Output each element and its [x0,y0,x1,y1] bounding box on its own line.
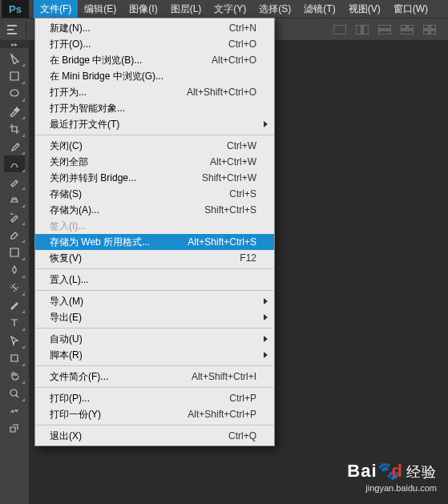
menu-item-shortcut: Ctrl+P [229,393,256,404]
menu-item-label: 自动(U) [50,333,256,346]
menu-item-9[interactable]: 关闭全部Alt+Ctrl+W [35,154,274,170]
tool-swap-colors[interactable] [4,402,25,419]
svg-rect-1 [333,25,346,34]
menu-6[interactable]: 滤镜(T) [297,0,341,18]
tool-brush[interactable] [4,173,25,190]
menu-item-10[interactable]: 关闭并转到 Bridge...Shift+Ctrl+W [35,170,274,186]
menu-2[interactable]: 图像(I) [123,0,163,18]
menu-item-shortcut: Alt+Shift+Ctrl+P [188,409,256,420]
tool-crop[interactable] [4,120,25,137]
menu-item-25[interactable]: 文件简介(F)...Alt+Shift+Ctrl+I [35,369,274,385]
menu-item-12[interactable]: 存储为(A)...Shift+Ctrl+S [35,202,274,218]
menu-7[interactable]: 视图(V) [342,0,387,18]
menu-5[interactable]: 选择(S) [252,0,297,18]
menu-item-shortcut: F12 [240,252,256,264]
submenu-arrow-icon [264,314,268,321]
tool-eyedropper[interactable] [4,138,25,155]
menu-item-14[interactable]: 存储为 Web 所用格式...Alt+Shift+Ctrl+S [35,234,274,250]
tool-dodge[interactable] [4,279,25,296]
svg-rect-12 [430,30,436,34]
tool-path-select[interactable] [4,332,25,349]
menu-item-label: 导出(E) [50,311,256,325]
menu-item-label: 存储为 Web 所用格式... [50,236,188,249]
menu-4[interactable]: 文字(Y) [208,0,252,18]
tool-lasso[interactable] [4,85,25,102]
menu-item-17[interactable]: 置入(L)... [35,272,274,288]
watermark-text: Bai [347,461,377,481]
menu-item-27[interactable]: 打印(P)...Ctrl+P [35,390,274,406]
svg-rect-7 [408,25,414,29]
menu-item-28[interactable]: 打印一份(Y)Alt+Shift+Ctrl+P [35,406,274,422]
menu-item-shortcut: Ctrl+W [227,140,256,151]
menu-item-1[interactable]: 打开(O)...Ctrl+O [35,36,274,52]
menu-8[interactable]: 窗口(W) [387,0,434,18]
arrange-icon[interactable] [376,23,394,36]
tool-hand[interactable] [4,367,25,384]
submenu-arrow-icon [264,121,268,127]
menu-item-shortcut: Ctrl+N [229,22,256,34]
watermark: Bai🐾d经验 jingyan.baidu.com [347,461,437,493]
menu-item-label: 在 Bridge 中浏览(B)... [50,54,212,67]
menu-item-label: 导入(M) [50,295,256,308]
menu-item-6[interactable]: 最近打开文件(T) [35,116,274,132]
menu-item-11[interactable]: 存储(S)Ctrl+S [35,186,274,202]
menu-item-30[interactable]: 退出(X)Ctrl+Q [35,428,274,444]
menu-separator [36,328,273,329]
tool-type[interactable] [4,314,25,331]
menu-1[interactable]: 编辑(E) [78,0,123,18]
menu-item-label: 打印一份(Y) [50,408,188,421]
menu-item-15[interactable]: 恢复(V)F12 [35,250,274,266]
menu-item-label: 在 Mini Bridge 中浏览(G)... [50,70,256,83]
tool-panel-tab[interactable]: ▸▸ [0,40,29,48]
menu-item-20[interactable]: 导出(E) [35,309,274,325]
tool-preset-icon[interactable] [3,21,21,38]
menu-item-label: 置入(L)... [50,273,256,287]
menu-3[interactable]: 图层(L) [164,0,208,18]
svg-rect-11 [423,30,429,34]
menu-item-shortcut: Ctrl+O [228,38,256,50]
svg-rect-3 [363,25,369,34]
tool-blur[interactable] [4,261,25,278]
menu-item-4[interactable]: 打开为...Alt+Shift+Ctrl+O [35,84,274,100]
tool-magic-wand[interactable] [4,103,25,119]
arrange-icon[interactable] [353,23,371,36]
tool-foreground-background[interactable] [4,420,25,437]
menu-item-label: 退出(X) [50,429,228,443]
arrange-icon[interactable] [398,23,416,36]
menubar: Ps 文件(F)编辑(E)图像(I)图层(L)文字(Y)选择(S)滤镜(T)视图… [0,0,448,18]
menu-item-19[interactable]: 导入(M) [35,293,274,309]
menu-item-13: 签入(I)... [35,218,274,234]
menu-item-shortcut: Ctrl+S [229,188,256,200]
menu-item-3[interactable]: 在 Mini Bridge 中浏览(G)... [35,68,274,84]
menu-item-2[interactable]: 在 Bridge 中浏览(B)...Alt+Ctrl+O [35,52,274,68]
menu-item-8[interactable]: 关闭(C)Ctrl+W [35,138,274,154]
tool-marquee[interactable] [4,67,25,84]
arrange-icon[interactable] [421,23,438,36]
menu-item-22[interactable]: 自动(U) [35,331,274,347]
menu-item-label: 脚本(R) [50,349,256,362]
menu-separator [36,290,273,291]
tool-eraser[interactable] [4,226,25,243]
tool-rectangle[interactable] [4,349,25,366]
menu-separator [36,135,273,135]
menu-item-0[interactable]: 新建(N)...Ctrl+N [35,20,274,36]
tool-history-brush[interactable] [4,208,25,225]
menu-item-label: 恢复(V) [50,252,240,265]
arrange-icons [331,23,438,36]
tool-clone-stamp[interactable] [4,191,25,208]
watermark-text: 经验 [406,464,437,480]
tool-gradient[interactable] [4,244,25,260]
tool-healing-brush[interactable] [4,155,25,172]
tool-pen[interactable] [4,296,25,313]
menu-item-label: 文件简介(F)... [50,370,192,384]
menu-0[interactable]: 文件(F) [34,0,78,18]
submenu-arrow-icon [264,336,268,342]
menu-item-23[interactable]: 脚本(R) [35,347,274,363]
divider [26,22,26,38]
menu-item-5[interactable]: 打开为智能对象... [35,100,274,116]
tool-zoom[interactable] [4,385,25,401]
svg-rect-6 [401,25,406,29]
arrange-icon[interactable] [331,23,349,36]
menu-item-shortcut: Alt+Shift+Ctrl+O [187,87,256,98]
tool-move[interactable] [4,50,25,67]
